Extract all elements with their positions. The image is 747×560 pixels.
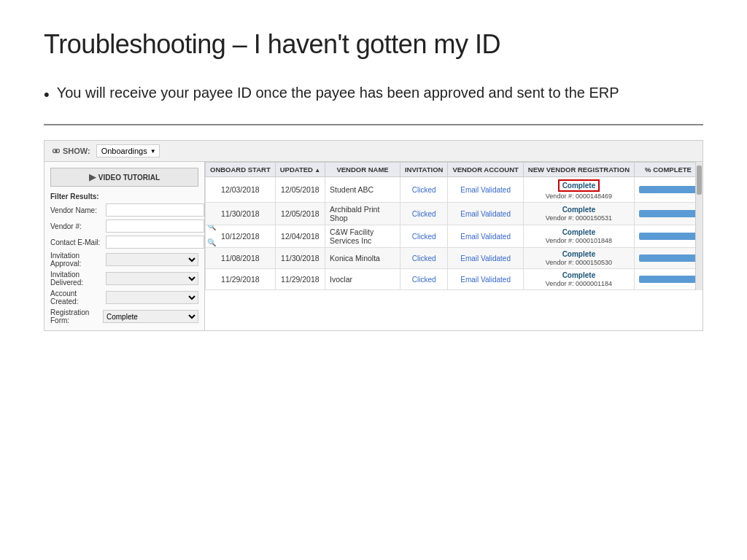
divider — [44, 124, 703, 125]
cell-vendor-name: Ivoclar — [325, 269, 400, 290]
cell-nvr: CompleteVendor #: 0000001184 — [523, 269, 634, 290]
cell-onboard-start: 11/30/2018 — [206, 203, 276, 225]
scrollbar-thumb — [697, 166, 702, 195]
progress-bar — [639, 233, 697, 240]
invitation-approval-select[interactable] — [106, 253, 198, 266]
registration-select[interactable]: Complete — [103, 310, 198, 323]
vendor-num-input[interactable] — [106, 219, 204, 233]
account-created-select[interactable] — [106, 291, 198, 304]
cell-onboard-start: 11/08/2018 — [206, 248, 276, 269]
progress-bar — [639, 210, 697, 217]
data-area: ONBOARD START UPDATED VENDOR NAME INVITA… — [205, 162, 703, 330]
cell-vendor-name: C&W Facility Services Inc — [325, 225, 400, 248]
vendor-num-label: Vendor #: — [50, 222, 103, 230]
link-icon — [52, 147, 61, 155]
video-tutorial-label: VIDEO TUTORIAL — [98, 174, 160, 182]
main-content: ▶ VIDEO TUTORIAL Filter Results: Vendor … — [44, 162, 703, 330]
cell-progress — [635, 225, 703, 248]
filter-section: Filter Results: Vendor Name: 🔍 Vendor #:… — [50, 192, 198, 324]
slide: Troubleshooting – I haven't gotten my ID… — [0, 0, 747, 560]
invitation-approval-label: Invitation Approval: — [50, 252, 103, 268]
filter-vendor-num-row: Vendor #: 🔍 — [50, 219, 198, 233]
col-vendor-name: VENDOR NAME — [325, 163, 400, 177]
show-label: SHOW: — [52, 147, 90, 155]
col-percent-complete: % COMPLETE — [635, 163, 703, 177]
col-vendor-account: VENDOR ACCOUNT — [448, 163, 523, 177]
table-row: 12/03/2018 12/05/2018 Student ABC Clicke… — [206, 177, 703, 203]
cell-invitation: Clicked — [400, 203, 447, 225]
cell-nvr: CompleteVendor #: 0000148469 — [523, 177, 634, 203]
cell-vendor-name: Archibald Print Shop — [325, 203, 400, 225]
progress-bar — [639, 186, 697, 193]
filter-invitation-approval-row: Invitation Approval: — [50, 252, 198, 268]
cell-updated: 11/29/2018 — [275, 269, 325, 290]
show-text: SHOW: — [63, 147, 90, 155]
registration-row: Registration Form: Complete — [50, 308, 198, 324]
filter-email-row: Contact E-Mail: 🔍 — [50, 236, 198, 249]
cell-vendor-account: Email Validated — [448, 203, 523, 225]
cell-nvr: CompleteVendor #: 0000150531 — [523, 203, 634, 225]
cell-vendor-account: Email Validated — [448, 177, 523, 203]
video-tutorial-button[interactable]: ▶ VIDEO TUTORIAL — [50, 168, 198, 187]
progress-bar — [639, 254, 697, 262]
col-onboard-start: ONBOARD START — [206, 163, 276, 177]
table-container: SHOW: Onboardings ▶ VIDEO TUTORIAL Filte… — [44, 140, 703, 331]
page-title: Troubleshooting – I haven't gotten my ID — [44, 29, 703, 60]
invitation-delivered-label: Invitation Delivered: — [50, 271, 103, 287]
cell-progress — [635, 177, 703, 203]
filter-account-created-row: Account Created: — [50, 289, 198, 306]
filter-vendor-name-row: Vendor Name: 🔍 — [50, 203, 198, 217]
cell-invitation: Clicked — [400, 225, 447, 248]
cell-onboard-start: 12/03/2018 — [206, 177, 276, 203]
registration-label: Registration Form: — [50, 308, 103, 324]
col-invitation: INVITATION — [400, 163, 447, 177]
table-row: 11/08/2018 11/30/2018 Konica Minolta Cli… — [206, 248, 703, 269]
cell-vendor-account: Email Validated — [448, 248, 523, 269]
cell-nvr: CompleteVendor #: 0000150530 — [523, 248, 634, 269]
progress-bar — [639, 276, 697, 283]
contact-email-label: Contact E-Mail: — [50, 238, 103, 246]
cell-updated: 12/04/2018 — [275, 225, 325, 248]
cell-invitation: Clicked — [400, 269, 447, 290]
cell-vendor-name: Konica Minolta — [325, 248, 400, 269]
vendor-name-label: Vendor Name: — [50, 206, 103, 214]
col-updated: UPDATED — [275, 163, 325, 177]
cell-invitation: Clicked — [400, 248, 447, 269]
cell-vendor-account: Email Validated — [448, 225, 523, 248]
scrollbar[interactable] — [695, 162, 703, 290]
cell-updated: 11/30/2018 — [275, 248, 325, 269]
video-icon: ▶ — [89, 172, 96, 182]
cell-progress — [635, 269, 703, 290]
bullet-text: You will receive your payee ID once the … — [57, 82, 619, 104]
cell-progress — [635, 248, 703, 269]
cell-progress — [635, 203, 703, 225]
cell-vendor-name: Student ABC — [325, 177, 400, 203]
cell-onboard-start: 10/12/2018 — [206, 225, 276, 248]
cell-updated: 12/05/2018 — [275, 177, 325, 203]
cell-invitation: Clicked — [400, 177, 447, 203]
filter-title: Filter Results: — [50, 192, 198, 201]
account-created-label: Account Created: — [50, 289, 103, 306]
col-nvr: NEW VENDOR REGISTRATION — [523, 163, 634, 177]
sidebar: ▶ VIDEO TUTORIAL Filter Results: Vendor … — [44, 162, 205, 330]
cell-onboard-start: 11/29/2018 — [206, 269, 276, 290]
bullet-dot: • — [44, 82, 50, 106]
table-row: 10/12/2018 12/04/2018 C&W Facility Servi… — [206, 225, 703, 248]
cell-vendor-account: Email Validated — [448, 269, 523, 290]
bullet-item: • You will receive your payee ID once th… — [44, 82, 703, 106]
contact-email-input[interactable] — [106, 236, 204, 249]
bullet-section: • You will receive your payee ID once th… — [44, 82, 703, 106]
data-table: ONBOARD START UPDATED VENDOR NAME INVITA… — [205, 162, 703, 290]
vendor-name-input[interactable] — [106, 203, 204, 217]
show-dropdown[interactable]: Onboardings — [96, 144, 160, 158]
top-bar: SHOW: Onboardings — [44, 141, 703, 162]
filter-invitation-delivered-row: Invitation Delivered: — [50, 271, 198, 287]
cell-nvr: CompleteVendor #: 0000101848 — [523, 225, 634, 248]
cell-updated: 12/05/2018 — [275, 203, 325, 225]
table-row: 11/29/2018 11/29/2018 Ivoclar Clicked Em… — [206, 269, 703, 290]
invitation-delivered-select[interactable] — [106, 272, 198, 285]
table-row: 11/30/2018 12/05/2018 Archibald Print Sh… — [206, 203, 703, 225]
